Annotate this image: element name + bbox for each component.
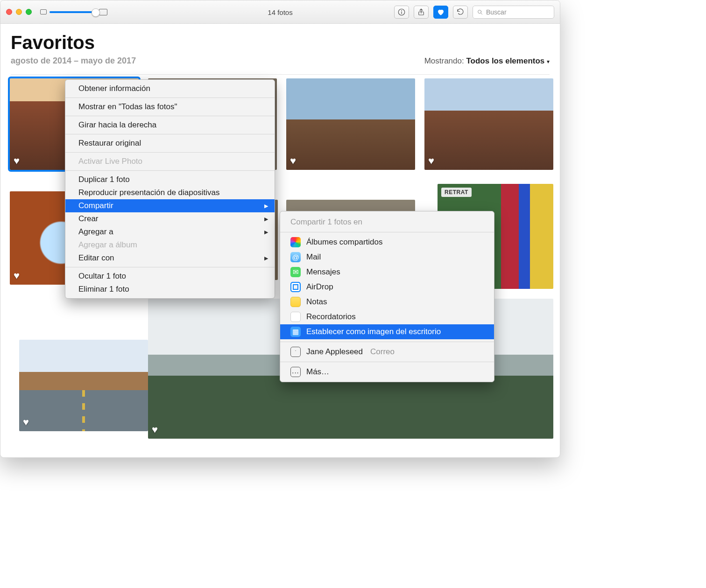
menu-edit-with[interactable]: Editar con [65,252,275,265]
notes-icon [290,297,301,307]
page-title: Favoritos [11,32,550,53]
menu-hide[interactable]: Ocultar 1 foto [65,270,275,283]
date-range: agosto de 2014 – mayo de 2017 [11,56,136,66]
share-submenu: Compartir 1 fotos en Álbumes compartidos… [280,211,494,382]
context-menu: Obtener información Mostrar en "Todas la… [65,79,275,299]
share-shared-albums[interactable]: Álbumes compartidos [280,235,494,250]
reminders-icon [290,312,301,322]
zoom-large-icon [99,9,107,15]
menu-duplicate[interactable]: Duplicar 1 foto [65,173,275,186]
chevron-down-icon: ▾ [547,58,550,65]
svg-line-5 [481,13,482,14]
showing-label: Mostrando: [424,56,464,65]
photos-window: 14 fotos Buscar Favoritos agosto de 2014 [0,0,560,458]
info-button[interactable] [394,6,409,19]
share-button[interactable] [414,6,429,19]
retrat-badge: RETRAT [441,188,472,197]
titlebar: 14 fotos Buscar [0,0,560,24]
share-messages[interactable]: ✉ Mensajes [280,265,494,280]
menu-delete[interactable]: Eliminar 1 foto [65,283,275,296]
share-submenu-header: Compartir 1 fotos en [280,214,494,230]
search-input[interactable]: Buscar [473,6,554,19]
favorite-heart-icon: ♥ [23,416,29,428]
photo-thumb[interactable]: ♥ [424,78,553,170]
favorite-heart-icon: ♥ [428,155,434,167]
photo-thumb[interactable]: ♥ [286,78,415,170]
info-icon [397,8,406,16]
share-reminders[interactable]: Recordatorios [280,309,494,324]
share-more[interactable]: ··· Más… [280,364,494,379]
content-header: Favoritos agosto de 2014 – mayo de 2017 … [0,24,560,70]
window-minimize-button[interactable] [16,9,22,15]
menu-add-to[interactable]: Agregar a [65,225,275,238]
share-contact[interactable]: Jane Appleseed Correo [280,344,494,359]
share-notes[interactable]: Notas [280,294,494,309]
more-icon: ··· [290,367,301,377]
search-icon [477,9,483,15]
menu-add-to-album: Agregar a álbum [65,238,275,252]
window-title: 14 fotos [268,8,292,16]
desktop-icon: ▦ [290,327,301,337]
share-airdrop[interactable]: AirDrop [280,280,494,294]
favorite-heart-icon: ♥ [14,270,20,282]
messages-icon: ✉ [290,267,301,277]
shared-albums-icon [290,237,301,247]
window-close-button[interactable] [6,9,12,15]
menu-show-in-all-photos[interactable]: Mostrar en "Todas las fotos" [65,100,275,113]
photo-thumb[interactable]: ♥ [19,340,148,431]
search-placeholder: Buscar [486,8,507,16]
favorite-button[interactable] [433,6,448,19]
menu-create[interactable]: Crear [65,212,275,225]
menu-share[interactable]: Compartir [65,199,275,212]
rotate-button[interactable] [453,6,468,19]
zoom-slider-track[interactable] [49,11,96,13]
window-controls [6,9,32,15]
window-zoom-button[interactable] [26,9,32,15]
thumbnail-zoom-slider[interactable] [40,9,107,15]
showing-value: Todos los elementos [466,56,544,65]
svg-point-2 [402,10,402,11]
favorite-heart-icon: ♥ [14,155,20,167]
share-set-desktop[interactable]: ▦ Establecer como imagen del escritorio [280,324,494,339]
airdrop-icon [290,282,301,292]
envelope-icon [290,347,301,357]
share-mail[interactable]: @ Mail [280,250,494,265]
menu-get-info[interactable]: Obtener información [65,82,275,95]
menu-rotate-right[interactable]: Girar hacia la derecha [65,119,275,132]
menu-slideshow[interactable]: Reproducir presentación de diapositivas [65,186,275,199]
zoom-small-icon [40,9,47,14]
mail-icon: @ [290,252,301,262]
photo-grid: ♥ ♥ ♥ ♥ RETRAT ♥ ♥ ♥ Obtener información… [0,75,560,457]
menu-revert-original[interactable]: Restaurar original [65,137,275,150]
showing-filter[interactable]: Mostrando: Todos los elementos ▾ [424,56,550,66]
heart-icon [437,8,445,16]
favorite-heart-icon: ♥ [152,424,158,436]
share-icon [417,8,425,16]
menu-live-photo: Activar Live Photo [65,155,275,168]
rotate-icon [456,8,465,16]
favorite-heart-icon: ♥ [290,155,296,167]
